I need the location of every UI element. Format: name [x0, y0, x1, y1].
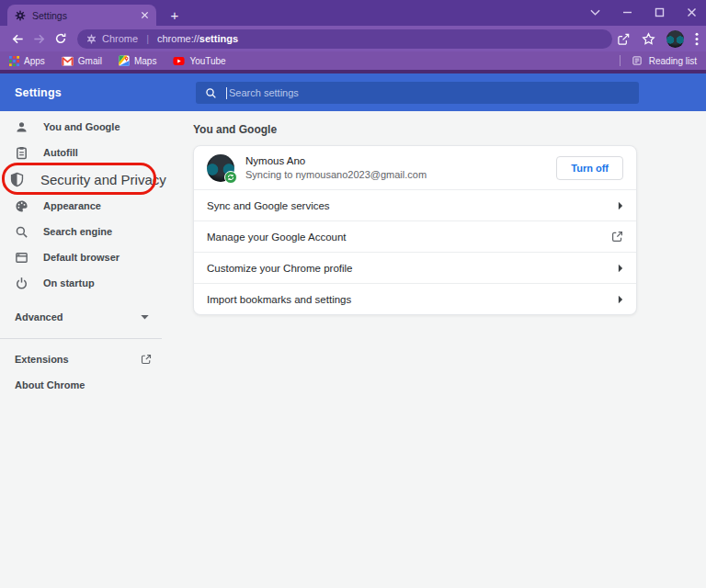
search-settings-input[interactable]: Search settings	[196, 82, 639, 104]
back-icon[interactable]	[7, 28, 28, 50]
browser-tab-settings[interactable]: Settings	[7, 5, 156, 26]
row-label: Manage your Google Account	[207, 232, 347, 243]
url-text: chrome://settings	[157, 33, 238, 44]
turn-off-button[interactable]: Turn off	[556, 156, 623, 180]
maps-icon	[119, 55, 130, 66]
sidebar-item-autofill[interactable]: Autofill	[0, 140, 193, 165]
sidebar-item-extensions[interactable]: Extensions	[0, 346, 193, 372]
profile-name: Nymous Ano	[245, 154, 427, 168]
bookmark-label: Gmail	[78, 56, 102, 66]
url-divider: |	[146, 33, 149, 44]
chevron-right-icon	[618, 201, 623, 210]
settings-header: Settings Search settings	[0, 74, 706, 111]
magnifier-icon	[15, 225, 28, 239]
minimize-button[interactable]	[622, 7, 632, 17]
row-customize-chrome-profile[interactable]: Customize your Chrome profile	[194, 252, 636, 283]
menu-dots-icon[interactable]	[695, 32, 699, 46]
page-gear-icon	[86, 34, 97, 44]
sidebar-item-on-startup[interactable]: On startup	[0, 270, 193, 296]
sidebar-item-label: Security and Privacy	[40, 172, 166, 187]
you-and-google-card: Nymous Ano Syncing to nymousano2023@gmai…	[193, 145, 637, 315]
forward-icon[interactable]	[28, 28, 50, 50]
chevron-down-icon	[141, 315, 149, 320]
bookmark-label: YouTube	[189, 56, 225, 66]
section-heading: You and Google	[193, 123, 706, 136]
power-icon	[15, 277, 28, 290]
bookmark-youtube[interactable]: YouTube	[173, 56, 225, 66]
bookmark-label: Apps	[24, 56, 45, 66]
bookmark-star-icon[interactable]	[642, 32, 655, 46]
external-link-icon	[141, 354, 152, 365]
bookmark-label: Maps	[134, 56, 156, 66]
sidebar-item-label: Autofill	[43, 147, 78, 158]
address-bar[interactable]: Chrome | chrome://settings	[77, 29, 612, 49]
sync-ok-badge-icon	[224, 171, 237, 184]
close-window-button[interactable]	[687, 7, 697, 17]
share-icon[interactable]	[617, 32, 631, 46]
row-sync-and-google-services[interactable]: Sync and Google services	[194, 189, 636, 220]
palette-icon	[15, 199, 28, 213]
new-tab-button[interactable]: +	[165, 6, 184, 24]
sidebar-item-about-chrome[interactable]: About Chrome	[0, 372, 193, 398]
page-title: Settings	[15, 86, 62, 99]
row-label: Import bookmarks and settings	[207, 294, 351, 305]
sidebar-item-search-engine[interactable]: Search engine	[0, 219, 193, 244]
reading-list-button[interactable]: Reading list	[620, 55, 697, 66]
sidebar-item-security-and-privacy[interactable]: Security and Privacy	[0, 165, 193, 193]
sidebar-item-label: You and Google	[43, 121, 120, 132]
bookmark-apps[interactable]: Apps	[9, 56, 45, 66]
chevron-right-icon	[618, 264, 623, 273]
sidebar-item-label: On startup	[43, 277, 95, 288]
tab-search-chevron-icon[interactable]	[590, 9, 600, 16]
settings-gear-icon	[15, 10, 26, 21]
profile-avatar	[207, 154, 234, 182]
sidebar-item-advanced[interactable]: Advanced	[0, 304, 193, 330]
row-import-bookmarks-settings[interactable]: Import bookmarks and settings	[194, 283, 636, 314]
bookmark-maps[interactable]: Maps	[119, 55, 156, 66]
search-placeholder: Search settings	[229, 87, 299, 98]
shield-icon	[9, 172, 25, 187]
row-label: Sync and Google services	[207, 200, 330, 211]
gmail-icon	[62, 56, 74, 66]
row-manage-google-account[interactable]: Manage your Google Account	[194, 220, 636, 252]
bookmark-gmail[interactable]: Gmail	[62, 56, 102, 66]
sidebar-item-label: Advanced	[15, 311, 126, 322]
maximize-button[interactable]	[655, 7, 665, 17]
chevron-right-icon	[618, 295, 623, 304]
tab-close-icon[interactable]	[141, 11, 149, 19]
sidebar-item-you-and-google[interactable]: You and Google	[0, 114, 193, 140]
external-link-icon	[611, 231, 623, 243]
apps-grid-icon	[9, 56, 19, 66]
sidebar-item-label: Extensions	[15, 354, 126, 365]
browser-window-icon	[15, 251, 28, 265]
clipboard-icon	[15, 146, 28, 160]
reading-list-icon	[632, 55, 643, 66]
profile-avatar-toolbar[interactable]	[666, 30, 684, 48]
text-cursor	[226, 87, 227, 99]
sidebar-item-label: About Chrome	[15, 379, 152, 390]
sidebar-item-label: Default browser	[43, 252, 120, 263]
sidebar-item-label: Appearance	[43, 200, 101, 211]
person-icon	[15, 120, 28, 134]
sidebar-item-appearance[interactable]: Appearance	[0, 193, 193, 219]
bookmarks-bar: Apps Gmail Maps	[0, 51, 706, 70]
profile-sync-status: Syncing to nymousano2023@gmail.com	[245, 168, 427, 181]
sidebar-item-default-browser[interactable]: Default browser	[0, 244, 193, 270]
window-titlebar: Settings +	[0, 0, 706, 26]
settings-main-panel: You and Google Nymous Ano Syncing to nym…	[193, 111, 706, 588]
tab-title: Settings	[32, 10, 134, 21]
url-product-label: Chrome	[102, 33, 138, 44]
browser-toolbar: Chrome | chrome://settings	[0, 26, 706, 51]
reload-icon[interactable]	[50, 28, 71, 50]
youtube-icon	[173, 56, 185, 66]
sidebar-divider	[0, 338, 162, 339]
row-label: Customize your Chrome profile	[207, 263, 353, 274]
settings-sidebar: You and Google Autofill Security and Pri…	[0, 111, 193, 588]
sidebar-item-label: Search engine	[43, 226, 112, 237]
profile-row: Nymous Ano Syncing to nymousano2023@gmai…	[194, 146, 636, 189]
search-icon	[205, 87, 217, 99]
reading-list-label: Reading list	[649, 56, 697, 66]
bookmarks-separator	[620, 55, 621, 66]
